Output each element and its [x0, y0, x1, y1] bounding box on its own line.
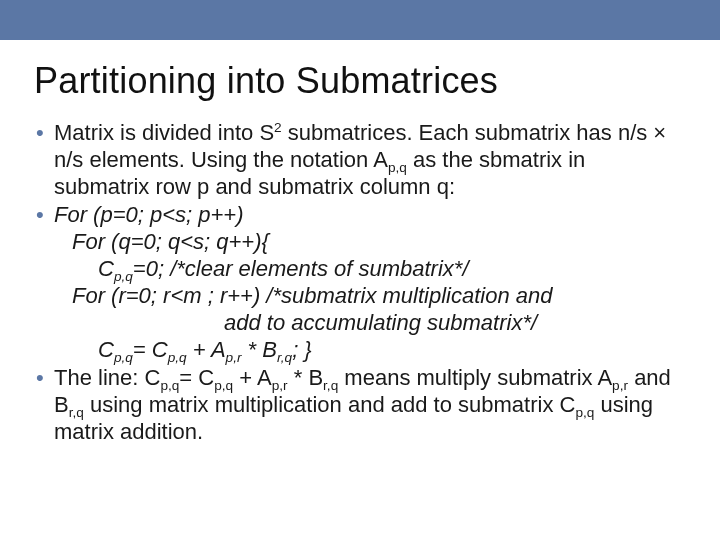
text: * B	[242, 337, 277, 362]
code-line: For (q=0; q<s; q++){	[54, 229, 686, 256]
code-line: For (r=0; r<m ; r++) /*submatrix multipl…	[54, 283, 686, 310]
text: + A	[187, 337, 226, 362]
text: C	[98, 256, 114, 281]
subscript: p,q	[575, 406, 594, 421]
text: = C	[133, 337, 168, 362]
code-line: Cp,q=0; /*clear elements of sumbatrix*/	[54, 256, 686, 283]
text: + A	[233, 365, 272, 390]
subscript: p,q	[114, 350, 133, 365]
bullet-3: The line: Cp,q= Cp,q + Ap,r * Br,q means…	[34, 365, 686, 445]
bullet-list: Matrix is divided into S2 submatrices. E…	[34, 120, 686, 446]
bullet-1: Matrix is divided into S2 submatrices. E…	[34, 120, 686, 200]
code-line: Cp,q= Cp,q + Ap,r * Br,q; }	[54, 337, 686, 364]
text: = C	[179, 365, 214, 390]
text: using matrix multiplication and add to s…	[84, 392, 576, 417]
text: =0; /*clear elements of sumbatrix*/	[133, 256, 469, 281]
text: The line: C	[54, 365, 160, 390]
text: Matrix is divided into S	[54, 120, 274, 145]
subscript: p,q	[168, 350, 187, 365]
slide-title: Partitioning into Submatrices	[34, 60, 686, 102]
superscript: 2	[274, 120, 282, 135]
code-line: For (p=0; p<s; p++)	[54, 202, 244, 227]
text: ; }	[292, 337, 312, 362]
code-line: add to accumulating submatrix*/	[54, 310, 686, 337]
subscript: r,q	[277, 350, 292, 365]
text: C	[98, 337, 114, 362]
bullet-1-text: Matrix is divided into S2 submatrices. E…	[54, 120, 686, 200]
subscript: p,r	[226, 350, 242, 365]
slide-body: Partitioning into Submatrices Matrix is …	[0, 40, 720, 446]
text: means multiply submatrix A	[338, 365, 612, 390]
bullet-2-code: For (p=0; p<s; p++) For (q=0; q<s; q++){…	[54, 202, 686, 363]
bullet-3-text: The line: Cp,q= Cp,q + Ap,r * Br,q means…	[54, 365, 686, 445]
text: * B	[288, 365, 323, 390]
bullet-2: For (p=0; p<s; p++) For (q=0; q<s; q++){…	[34, 202, 686, 363]
top-color-bar	[0, 0, 720, 40]
